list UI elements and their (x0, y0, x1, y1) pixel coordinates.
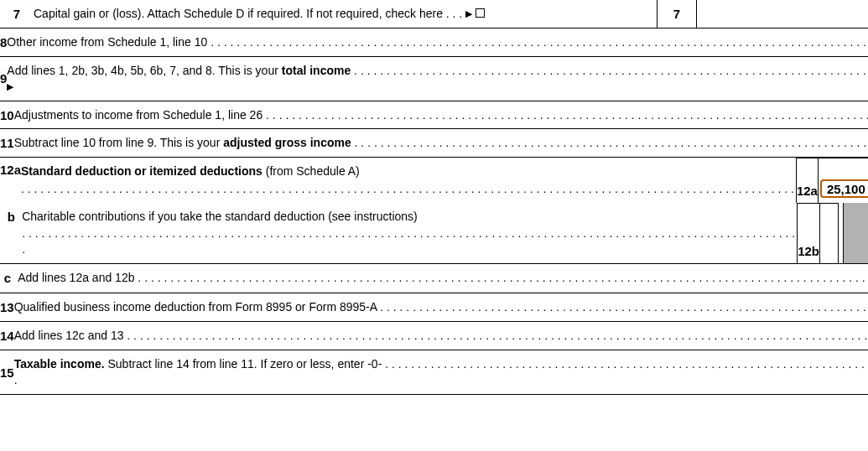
line-9-label: Add lines 1, 2b, 3b, 4b, 5b, 6b, 7, and … (7, 57, 868, 101)
line-12c-label: c Add lines 12a and 12b (0, 264, 868, 293)
line-15-number: 15 (0, 350, 14, 394)
line-11-label: Subtract line 10 from line 9. This is yo… (14, 129, 868, 157)
line-13: 13 Qualified business income deduction f… (0, 293, 868, 321)
line-9: 9 Add lines 1, 2b, 3b, 4b, 5b, 6b, 7, an… (0, 56, 868, 101)
line-12b-cell-number: 12b (797, 203, 819, 263)
line-10: 10 Adjustments to income from Schedule 1… (0, 101, 868, 129)
line-12a-value-cell: 25,100 (818, 158, 868, 203)
line-13-label: Qualified business income deduction from… (14, 293, 868, 321)
line-9-number: 9 (0, 57, 7, 101)
line-14-label: Add lines 12c and 13 (14, 322, 868, 350)
line-7-number: 7 (0, 0, 34, 28)
tax-form-fragment: 7 Capital gain or (loss). Attach Schedul… (0, 0, 868, 395)
line-8-label: Other income from Schedule 1, line 10 (7, 29, 868, 56)
line-15-label: Taxable income. Subtract line 14 from li… (14, 350, 868, 394)
line-12b-label: b Charitable contributions if you take t… (3, 203, 797, 263)
line-7: 7 Capital gain or (loss). Attach Schedul… (0, 0, 868, 28)
arrow-icon: ▶ (465, 8, 472, 18)
checkbox-line7[interactable] (476, 8, 485, 18)
line-12b-value-cell (819, 203, 838, 263)
line-12a-input[interactable]: 25,100 (820, 179, 868, 198)
line-13-number: 13 (0, 293, 14, 321)
line-12b: b Charitable contributions if you take t… (0, 203, 868, 263)
arrow-icon: ▶ (7, 81, 13, 91)
line-8: 8 Other income from Schedule 1, line 10 … (0, 28, 868, 56)
line-12a-label: Standard deduction or itemized deduction… (21, 158, 796, 203)
line-14-number: 14 (0, 322, 14, 350)
line-7-value-cell (696, 0, 868, 28)
line-12a-number: 12a (0, 158, 21, 203)
line-11: 11 Subtract line 10 from line 9. This is… (0, 128, 868, 157)
line-12c: c Add lines 12a and 12b 12c 25,100 (0, 263, 868, 293)
line-7-cell-number: 7 (657, 0, 696, 28)
line-7-label: Capital gain or (loss). Attach Schedule … (34, 0, 657, 28)
line-12a-cell-number: 12a (796, 158, 818, 203)
line-12a: 12a Standard deduction or itemized deduc… (0, 157, 868, 203)
line-11-number: 11 (0, 129, 14, 157)
line-8-number: 8 (0, 29, 7, 56)
line-10-number: 10 (0, 101, 14, 129)
line-15: 15 Taxable income. Subtract line 14 from… (0, 350, 868, 395)
line-14: 14 Add lines 12c and 13 14 25,100 (0, 321, 868, 350)
line-10-label: Adjustments to income from Schedule 1, l… (14, 101, 868, 129)
